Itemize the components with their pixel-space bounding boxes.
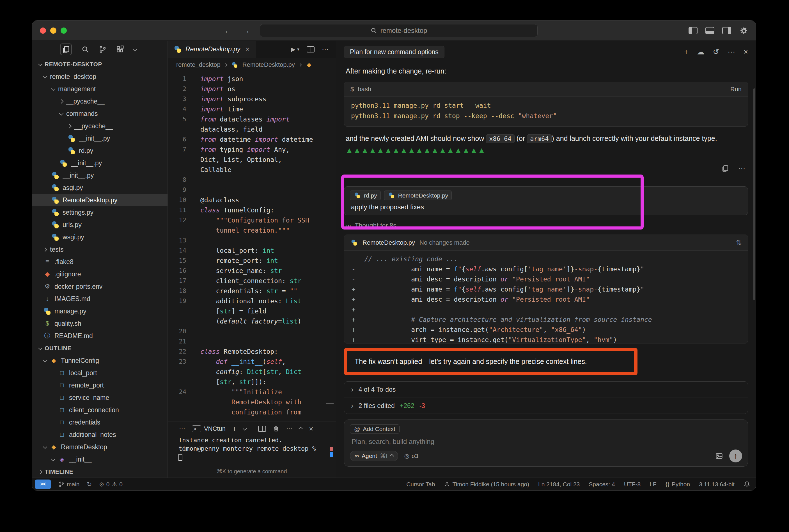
expand-diff-icon[interactable]: ⇅ xyxy=(736,239,742,247)
outline-item-tunnelconfig[interactable]: ◆TunnelConfig xyxy=(32,355,168,367)
split-editor-icon[interactable] xyxy=(307,46,314,53)
views-chevron-down-icon[interactable] xyxy=(133,47,137,51)
remote-window-indicator[interactable]: >< xyxy=(35,479,51,489)
outline-item-client-connection[interactable]: □client_connection xyxy=(32,404,168,416)
tree-item-images-md[interactable]: ↓IMAGES.md xyxy=(32,293,168,305)
model-selector[interactable]: ◎ o3 xyxy=(404,453,418,459)
code-editor[interactable]: 1import json2import os3import subprocess… xyxy=(168,72,336,421)
tree-item-quality-sh[interactable]: $quality.sh xyxy=(32,317,168,330)
outline-item-remote-port[interactable]: □remote_port xyxy=(32,379,168,392)
terminal-more-icon[interactable]: ⋯ xyxy=(179,425,185,432)
git-branch-status[interactable]: main xyxy=(58,481,80,488)
toggle-left-sidebar-icon[interactable] xyxy=(689,27,697,34)
tree-item-wsgi-py[interactable]: wsgi.py xyxy=(32,231,168,243)
outline-item-remotedesktop[interactable]: ◆RemoteDesktop xyxy=(32,441,168,453)
close-window-button[interactable] xyxy=(40,27,46,34)
timeline-section-header[interactable]: TIMELINE xyxy=(32,466,168,478)
tree-item-settings-py[interactable]: settings.py xyxy=(32,206,168,218)
sync-icon[interactable]: ↻ xyxy=(87,481,92,488)
split-terminal-icon[interactable] xyxy=(258,426,266,432)
context-chip-rd-py[interactable]: rd.py xyxy=(350,191,381,200)
todos-row[interactable]: › 4 of 4 To-dos xyxy=(344,382,748,398)
tree-item-pycache[interactable]: __pycache__ xyxy=(32,120,168,132)
tree-item-remote-desktop[interactable]: remote_desktop xyxy=(32,71,168,83)
run-file-button[interactable]: ▶ ▾ xyxy=(291,46,300,53)
breadcrumb-folder[interactable]: remote_desktop xyxy=(176,61,220,69)
close-panel-icon[interactable]: × xyxy=(309,424,313,433)
tree-item-manage-py[interactable]: manage.py xyxy=(32,305,168,317)
diff-file-name[interactable]: RemoteDesktop.py xyxy=(363,239,415,246)
new-chat-icon[interactable]: + xyxy=(684,48,689,56)
files-edited-row[interactable]: › 2 files edited +262 -3 xyxy=(344,398,748,414)
project-section-header[interactable]: REMOTE-DESKTOP xyxy=(32,58,168,71)
search-sidebar-icon[interactable] xyxy=(81,45,89,53)
run-dropdown-icon[interactable]: ▾ xyxy=(297,46,300,52)
outline-item-credentials[interactable]: □credentials xyxy=(32,416,168,429)
toggle-right-sidebar-icon[interactable] xyxy=(722,27,731,34)
notifications-bell-icon[interactable] xyxy=(744,481,750,488)
problems-status[interactable]: ⊘ 0 ⚠ 0 xyxy=(99,481,122,488)
tree-item-gitignore[interactable]: ◆.gitignore xyxy=(32,268,168,280)
cloud-icon[interactable]: ☁ xyxy=(697,48,705,56)
tab-remotedesktop-py[interactable]: RemoteDesktop.py × xyxy=(168,41,256,58)
explorer-files-icon[interactable] xyxy=(60,43,72,55)
terminal-output[interactable]: Instance creation cancelled. ○ timon@pen… xyxy=(168,436,336,468)
outline-item-service-name[interactable]: □service_name xyxy=(32,392,168,404)
attach-image-icon[interactable] xyxy=(715,452,723,460)
outline-item-additional-notes[interactable]: □additional_notes xyxy=(32,429,168,441)
python-runtime-status[interactable]: 3.11.13 64-bit xyxy=(699,481,735,488)
minimize-window-button[interactable] xyxy=(50,27,56,34)
tree-item-commands[interactable]: commands xyxy=(32,108,168,120)
command-search-input[interactable]: remote-desktop xyxy=(260,24,538,37)
eol-status[interactable]: LF xyxy=(650,481,657,488)
chat-title-tab[interactable]: Plan for new command options xyxy=(344,46,444,58)
new-terminal-icon[interactable]: + xyxy=(232,424,236,433)
maximize-panel-chevron-icon[interactable] xyxy=(299,426,303,431)
chat-more-icon[interactable]: ⋯ xyxy=(728,48,735,56)
close-tab-icon[interactable]: × xyxy=(246,45,250,54)
context-chip-remotedesktop-py[interactable]: RemoteDesktop.py xyxy=(384,191,452,200)
add-context-button[interactable]: @ Add Context xyxy=(350,424,400,434)
tree-item-readme-md[interactable]: ⓘREADME.md xyxy=(32,330,168,342)
tree-item-docker-ports-env[interactable]: ⚙docker-ports.env xyxy=(32,280,168,293)
settings-gear-icon[interactable] xyxy=(739,26,748,35)
send-message-button[interactable]: ↑ xyxy=(729,450,742,462)
tree-item-flake8[interactable]: ≡.flake8 xyxy=(32,255,168,268)
breadcrumb-file[interactable]: RemoteDesktop.py xyxy=(243,61,295,69)
close-chat-icon[interactable]: × xyxy=(744,48,748,56)
outline-section-header[interactable]: OUTLINE xyxy=(32,342,168,355)
toggle-panel-icon[interactable] xyxy=(706,27,714,34)
terminal-profile-chevron-icon[interactable] xyxy=(243,426,247,431)
language-status[interactable]: {} Python xyxy=(666,481,690,488)
extensions-icon[interactable] xyxy=(116,45,124,53)
forward-icon[interactable]: → xyxy=(242,26,250,35)
chat-input-placeholder[interactable]: Plan, search, build anything xyxy=(350,438,742,445)
tree-item-rd-py[interactable]: rd.py xyxy=(32,145,168,157)
tree-item-pycache[interactable]: __pycache__ xyxy=(32,95,168,108)
outline-item-local-port[interactable]: □local_port xyxy=(32,367,168,379)
run-command-button[interactable]: Run xyxy=(730,86,742,93)
agent-mode-selector[interactable]: ∞ Agent ⌘I xyxy=(350,451,398,461)
history-icon[interactable]: ↺ xyxy=(713,48,719,56)
cursor-position-status[interactable]: Ln 2184, Col 23 xyxy=(538,481,580,488)
terminal-tab-vnctun[interactable]: >_ VNCtun xyxy=(192,425,226,432)
tree-item-tests[interactable]: tests xyxy=(32,243,168,255)
git-blame-status[interactable]: Timon Fiddike (15 hours ago) xyxy=(444,481,529,488)
terminal-actions-more-icon[interactable]: ⋯ xyxy=(286,425,292,432)
copy-message-icon[interactable] xyxy=(721,165,729,172)
tree-item-asgi-py[interactable]: asgi.py xyxy=(32,182,168,194)
indentation-status[interactable]: Spaces: 4 xyxy=(589,481,615,488)
chat-scrollbar-thumb[interactable] xyxy=(753,89,755,300)
chat-input-card[interactable]: @ Add Context Plan, search, build anythi… xyxy=(344,419,748,467)
back-icon[interactable]: ← xyxy=(224,26,232,35)
tree-item-init-py[interactable]: __init__.py xyxy=(32,157,168,169)
message-more-icon[interactable]: ⋯ xyxy=(738,164,745,172)
tree-item-remotedesktop-py[interactable]: RemoteDesktop.py xyxy=(32,194,168,206)
editor-more-icon[interactable]: ⋯ xyxy=(322,45,329,53)
tree-item-management[interactable]: management xyxy=(32,83,168,95)
zoom-window-button[interactable] xyxy=(61,27,67,34)
tree-item-init-py[interactable]: __init__.py xyxy=(32,132,168,145)
outline-item-init[interactable]: ◈__init__ xyxy=(32,453,168,466)
cursor-tab-status[interactable]: Cursor Tab xyxy=(406,481,435,488)
encoding-status[interactable]: UTF-8 xyxy=(624,481,641,488)
